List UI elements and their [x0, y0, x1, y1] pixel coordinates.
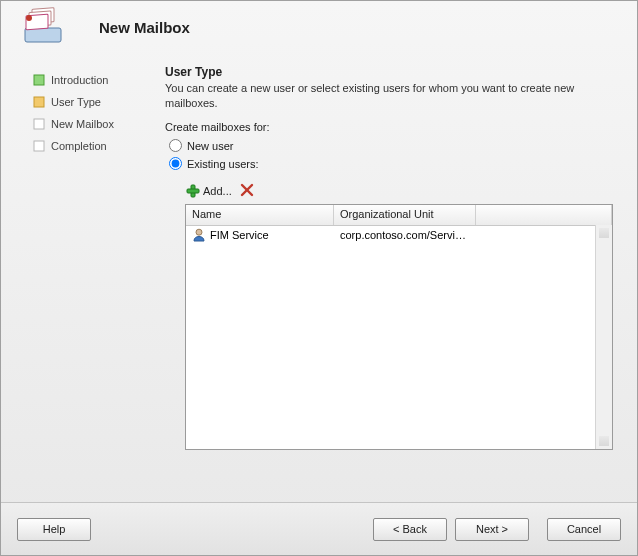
wizard-window: New Mailbox Introduction User Type New M…: [0, 0, 638, 556]
radio-new-user-label: New user: [187, 140, 233, 152]
wizard-header: New Mailbox: [1, 1, 637, 63]
step-introduction: Introduction: [33, 69, 159, 91]
add-button-label: Add...: [203, 185, 232, 197]
column-spacer: [476, 205, 612, 225]
step-completion: Completion: [33, 135, 159, 157]
svg-rect-0: [25, 28, 61, 42]
section-title: User Type: [165, 65, 617, 79]
vertical-scrollbar[interactable]: [595, 225, 612, 449]
wizard-footer: Help < Back Next > Cancel: [1, 502, 637, 555]
next-button[interactable]: Next >: [455, 518, 529, 541]
wizard-body: Introduction User Type New Mailbox Compl…: [1, 63, 637, 450]
svg-point-13: [196, 229, 202, 235]
svg-rect-10: [187, 189, 199, 193]
user-icon: [192, 228, 206, 242]
step-current-icon: [33, 96, 45, 108]
radio-existing-users-input[interactable]: [169, 157, 182, 170]
help-button[interactable]: Help: [17, 518, 91, 541]
wizard-title: New Mailbox: [99, 19, 190, 36]
x-icon: [240, 183, 254, 197]
wizard-main: User Type You can create a new user or s…: [163, 63, 625, 450]
step-label: User Type: [51, 96, 101, 108]
create-mailboxes-label: Create mailboxes for:: [165, 121, 617, 133]
add-button[interactable]: Add...: [185, 183, 232, 199]
wizard-steps: Introduction User Type New Mailbox Compl…: [13, 63, 163, 450]
users-toolbar: Add...: [185, 181, 617, 201]
step-pending-icon: [33, 140, 45, 152]
step-done-icon: [33, 74, 45, 86]
step-new-mailbox: New Mailbox: [33, 113, 159, 135]
step-pending-icon: [33, 118, 45, 130]
cancel-button[interactable]: Cancel: [547, 518, 621, 541]
column-name-header[interactable]: Name: [186, 205, 334, 225]
users-listbox[interactable]: Name Organizational Unit FIM Service cor…: [185, 204, 613, 450]
row-ou: corp.contoso.com/Service...: [334, 229, 476, 241]
step-label: Completion: [51, 140, 107, 152]
svg-rect-8: [34, 141, 44, 151]
remove-button[interactable]: [240, 183, 254, 199]
back-button[interactable]: < Back: [373, 518, 447, 541]
svg-rect-5: [34, 75, 44, 85]
step-label: Introduction: [51, 74, 108, 86]
radio-new-user[interactable]: New user: [169, 137, 617, 155]
svg-rect-6: [34, 97, 44, 107]
section-description: You can create a new user or select exis…: [165, 81, 617, 111]
list-item[interactable]: FIM Service corp.contoso.com/Service...: [186, 226, 612, 244]
svg-rect-7: [34, 119, 44, 129]
svg-point-4: [26, 15, 32, 21]
radio-existing-users-label: Existing users:: [187, 158, 259, 170]
row-name: FIM Service: [210, 229, 269, 241]
users-list-header: Name Organizational Unit: [186, 205, 612, 226]
radio-existing-users[interactable]: Existing users:: [169, 155, 617, 173]
plus-icon: [185, 183, 201, 199]
mailbox-icon: [19, 6, 65, 48]
column-ou-header[interactable]: Organizational Unit: [334, 205, 476, 225]
step-label: New Mailbox: [51, 118, 114, 130]
step-user-type: User Type: [33, 91, 159, 113]
radio-new-user-input[interactable]: [169, 139, 182, 152]
